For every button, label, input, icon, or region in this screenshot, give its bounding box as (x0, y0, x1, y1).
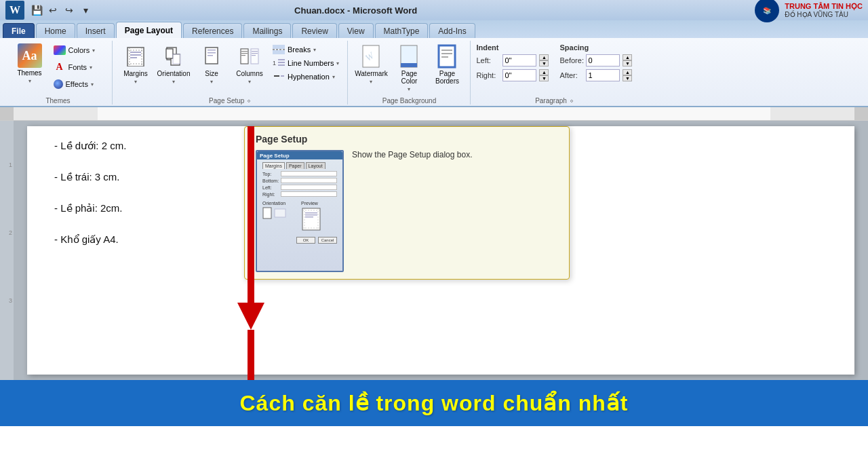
paragraph-expander[interactable]: ⬦ (570, 96, 574, 104)
svg-rect-11 (173, 54, 180, 64)
document-page[interactable]: - Lề dưới: 2 cm. - Lề trái: 3 cm. - Lề p… (27, 126, 854, 375)
spacing-before-up[interactable]: ▲ (623, 54, 632, 60)
dialog-orientation-options (262, 207, 298, 219)
tab-review[interactable]: Review (292, 23, 336, 38)
indent-left-down[interactable]: ▼ (539, 60, 549, 66)
indent-section: Indent Left: 0" ▲ ▼ Right: 0" (476, 43, 549, 96)
dialog-cancel-button[interactable]: Cancel (318, 237, 337, 244)
dialog-top-input[interactable] (281, 171, 337, 176)
dialog-top-label: Top: (262, 172, 279, 176)
indent-left-up[interactable]: ▲ (539, 54, 549, 60)
page-setup-items: Margins ▾ Orientation ▾ (118, 41, 342, 96)
save-button[interactable]: 💾 (30, 3, 43, 17)
dialog-right-input[interactable] (281, 191, 337, 197)
tab-home[interactable]: Home (36, 23, 75, 38)
breaks-arrow: ▾ (313, 47, 316, 53)
page-setup-right-col: Breaks ▾ 1 Line Numbers ▾ Hyphenation ▾ (270, 41, 342, 83)
ribbon-content: Aa Themes ▾ Colors ▾ A Fonts ▾ Effec (0, 38, 868, 107)
spacing-after-down[interactable]: ▼ (623, 75, 632, 81)
margins-icon (123, 44, 148, 69)
hyphenation-button[interactable]: Hyphenation ▾ (270, 71, 342, 83)
orientation-button[interactable]: Orientation ▾ (156, 41, 191, 88)
orientation-icon (161, 44, 186, 69)
breaks-button[interactable]: Breaks ▾ (270, 43, 342, 56)
dialog-left-input[interactable] (281, 185, 337, 190)
dialog-bottom-input[interactable] (281, 178, 337, 183)
tab-page-layout[interactable]: Page Layout (116, 22, 182, 38)
dialog-preview-area: Orientation Preview (262, 201, 337, 233)
logo-line2: ĐỒ HỌA VŨNG TÀU (785, 11, 863, 18)
ruler-main[interactable] (14, 107, 854, 120)
dialog-orientation-col: Orientation (262, 201, 298, 233)
indent-left-input[interactable]: 0" (502, 54, 536, 66)
dialog-tab-paper[interactable]: Paper (286, 162, 304, 169)
dialog-titlebar: Page Setup (257, 151, 342, 159)
fonts-button[interactable]: A Fonts ▾ (50, 59, 104, 75)
bottom-banner: Cách căn lề trong word chuẩn nhất (0, 380, 868, 426)
indent-right-spinner[interactable]: ▲ ▼ (539, 69, 549, 81)
tab-references[interactable]: References (183, 23, 242, 38)
svg-rect-30 (278, 64, 285, 66)
effects-icon (54, 79, 63, 89)
tab-mailings[interactable]: Mailings (243, 23, 291, 38)
spacing-after-row: After: 1 ▲ ▼ (559, 69, 632, 81)
spacing-after-up[interactable]: ▲ (623, 69, 632, 75)
quick-access-toolbar: 💾 ↩ ↪ ▾ (30, 3, 92, 17)
spacing-after-value: 1 (588, 71, 592, 79)
effects-label: Effects (66, 80, 88, 88)
qa-dropdown-button[interactable]: ▾ (79, 3, 92, 17)
spacing-before-spinner[interactable]: ▲ ▼ (623, 54, 632, 66)
dialog-right-label: Right: (262, 192, 279, 197)
paragraph-label-row: Paragraph ⬦ (535, 96, 574, 104)
svg-rect-50 (305, 212, 317, 214)
spacing-before-down[interactable]: ▼ (623, 60, 632, 66)
spacing-after-spinner[interactable]: ▲ ▼ (623, 69, 632, 81)
document-area: 1 2 3 - Lề dưới: 2 cm. - Lề trái: 3 cm. … (0, 121, 868, 380)
effects-dropdown: ▾ (91, 81, 94, 88)
dialog-tab-layout[interactable]: Layout (306, 162, 326, 169)
indent-left-label: Left: (476, 56, 500, 64)
page-borders-label: Page Borders (431, 70, 462, 85)
window-title: Chuan.docx - Microsoft Word (98, 5, 614, 16)
effects-button[interactable]: Effects ▾ (50, 77, 104, 91)
svg-rect-51 (305, 214, 317, 216)
tab-mathtype[interactable]: MathType (375, 23, 429, 38)
tab-view[interactable]: View (338, 23, 374, 38)
spacing-before-input[interactable]: 0 (586, 54, 620, 66)
indent-right-input[interactable]: 0" (502, 69, 536, 81)
page-color-button[interactable]: Page Color ▾ (391, 41, 427, 96)
redo-button[interactable]: ↪ (62, 3, 76, 17)
svg-rect-18 (241, 51, 248, 52)
ruler-left-side (0, 107, 14, 120)
svg-rect-43 (263, 208, 271, 218)
page-setup-expander[interactable]: ⬦ (247, 96, 251, 104)
svg-rect-40 (441, 56, 448, 58)
indent-right-up[interactable]: ▲ (539, 69, 549, 75)
themes-group-items: Aa Themes ▾ Colors ▾ A Fonts ▾ Effec (12, 41, 104, 94)
tab-insert[interactable]: Insert (77, 23, 115, 38)
colors-button[interactable]: Colors ▾ (50, 43, 104, 57)
page-borders-button[interactable]: Page Borders (429, 41, 465, 88)
dialog-left-label: Left: (262, 185, 279, 190)
size-button[interactable]: Size ▾ (194, 41, 229, 88)
dialog-tab-margins[interactable]: Margins (262, 162, 285, 169)
tooltip-title: Page Setup (256, 134, 558, 145)
fonts-icon: A (54, 61, 66, 73)
spacing-after-input[interactable]: 1 (586, 69, 620, 81)
indent-left-row: Left: 0" ▲ ▼ (476, 54, 549, 66)
themes-button[interactable]: Aa Themes ▾ (12, 41, 47, 87)
undo-button[interactable]: ↩ (46, 3, 60, 17)
word-icon: W (5, 1, 24, 20)
dialog-ok-button[interactable]: OK (296, 237, 315, 244)
indent-right-down[interactable]: ▼ (539, 75, 549, 81)
watermark-icon: W (359, 44, 383, 69)
margins-button[interactable]: Margins ▾ (118, 41, 153, 88)
line-numbers-button[interactable]: 1 Line Numbers ▾ (270, 57, 342, 69)
columns-button[interactable]: Columns ▾ (232, 41, 267, 88)
themes-group-label-row: Themes (45, 96, 70, 104)
tab-addins[interactable]: Add-Ins (429, 23, 475, 38)
svg-rect-14 (208, 52, 216, 54)
watermark-button[interactable]: W Watermark ▾ (353, 41, 389, 88)
indent-left-spinner[interactable]: ▲ ▼ (539, 54, 549, 66)
tab-file[interactable]: File (3, 23, 35, 38)
